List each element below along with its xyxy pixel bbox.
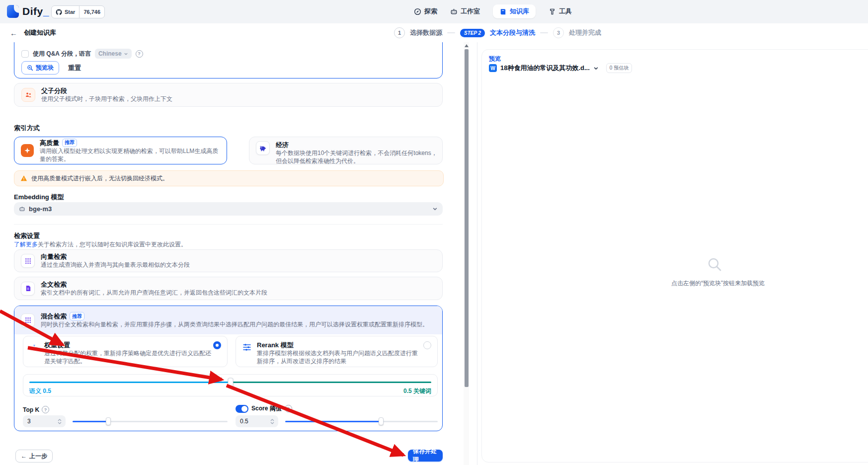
score-input[interactable]: 0.5 [236, 415, 278, 427]
hybrid-retrieval-icon [21, 313, 35, 327]
parent-child-card[interactable]: 父子分段 使用父子模式时，子块用于检索，父块用作上下文 [14, 83, 443, 107]
github-star-widget[interactable]: Star 76,746 [51, 5, 105, 18]
tool-icon [549, 8, 556, 15]
save-and-process-label: 保存并处理 [413, 447, 438, 464]
learn-more-link[interactable]: 了解更多 [14, 241, 38, 248]
weight-setting-icon [29, 342, 39, 352]
semantic-weight-label: 语义 0.5 [29, 387, 51, 395]
score-slider-thumb[interactable] [379, 417, 384, 425]
qa-segment-checkbox[interactable] [21, 50, 29, 58]
retrieval-title: 检索设置 [14, 232, 40, 240]
weight-setting-title: 权重设置 [44, 341, 213, 349]
preview-chunk-label: 预览块 [36, 64, 54, 72]
rerank-model-card[interactable]: Rerank 模型 重排序模型将根据候选文档列表与用户问题语义匹配度进行重新排序… [236, 336, 438, 367]
topk-slider-thumb[interactable] [106, 417, 111, 425]
score-control-row: 0.5 [236, 415, 438, 427]
rerank-model-icon [242, 342, 252, 352]
docx-file-icon: W [489, 64, 497, 72]
stepper-up-icon [270, 419, 274, 421]
topk-input[interactable]: 3 [23, 415, 66, 427]
preview-chunk-button[interactable]: 预览块 [21, 61, 59, 75]
step3-circle: 3 [553, 27, 564, 38]
scrollbar-up-arrow[interactable] [465, 44, 469, 47]
topk-slider[interactable] [73, 421, 228, 422]
fulltext-retrieval-card[interactable]: 全文检索 索引文档中的所有词汇，从而允许用户查询任意词汇，并返回包含这些词汇的文… [14, 277, 443, 300]
score-help-icon[interactable]: ? [285, 405, 292, 412]
index-high-quality-card[interactable]: 高质量推荐 调用嵌入模型处理文档以实现更精确的检索，可以帮助LLM生成高质量的答… [14, 137, 227, 164]
embedding-model-value: bge-m3 [29, 205, 429, 213]
nav-item-explore[interactable]: 探索 [414, 7, 437, 16]
economy-title: 经济 [276, 141, 440, 149]
github-star-cell: Star [52, 6, 79, 18]
vector-retrieval-title: 向量检索 [41, 253, 190, 261]
step-dash [447, 32, 455, 33]
save-and-process-button[interactable]: 保存并处理 [408, 450, 443, 462]
nav-label-explore: 探索 [424, 7, 437, 16]
weight-slider[interactable] [29, 382, 431, 383]
embedding-model-select[interactable]: bge-m3 [14, 202, 443, 216]
topk-slider-track [73, 421, 228, 422]
preview-panel-title: 预览 [489, 55, 501, 63]
hybrid-retrieval-card[interactable]: 混合检索推荐 同时执行全文检索和向量检索，并应用重排序步骤，从两类查询结果中选择… [14, 306, 443, 431]
weight-slider-thumb[interactable] [228, 378, 233, 387]
topk-label-row: Top K ? [23, 406, 49, 413]
vector-retrieval-desc: 通过生成查询嵌入并查询与其向量表示最相似的文本分段 [41, 261, 190, 269]
step3-label: 处理并完成 [569, 28, 601, 37]
stepper-up-icon [58, 419, 62, 421]
step2-label: 文本分段与清洗 [490, 28, 535, 37]
nav-item-studio[interactable]: 工作室 [450, 7, 480, 16]
nav-item-tools[interactable]: 工具 [549, 7, 572, 16]
topk-label: Top K [23, 406, 39, 413]
fulltext-retrieval-desc: 索引文档中的所有词汇，从而允许用户查询任意词汇，并返回包含这些词汇的文本片段 [41, 289, 267, 297]
scrollbar-thumb[interactable] [465, 49, 469, 387]
score-stepper[interactable] [268, 419, 276, 424]
topk-help-icon[interactable]: ? [42, 406, 49, 413]
stepper-down-icon [58, 422, 62, 424]
recommend-badge: 推荐 [62, 139, 77, 147]
vector-retrieval-card[interactable]: 向量检索 通过生成查询嵌入并查询与其向量表示最相似的文本分段 [14, 249, 443, 272]
chevron-down-icon [124, 52, 128, 56]
rerank-model-radio[interactable] [423, 341, 431, 349]
qa-language-select[interactable]: Chinese [95, 49, 132, 59]
embedding-model-label: Embedding 模型 [14, 193, 64, 202]
weight-setting-radio[interactable] [213, 341, 221, 349]
previous-step-label: 上一步 [29, 452, 47, 461]
qa-help-icon[interactable]: ? [136, 50, 143, 58]
score-slider-track [285, 421, 438, 422]
topk-control-row: 3 [23, 415, 228, 427]
preview-empty-text: 点击左侧的“预览块”按钮来加载预览 [663, 279, 773, 288]
robot-icon [450, 8, 458, 15]
chevron-down-icon[interactable] [593, 66, 599, 71]
settings-scroll-area[interactable]: 使用 Q&A 分段，语言 Chinese ? 预览块 重置 父子分段 使用父子模… [0, 42, 464, 465]
warning-icon [20, 175, 27, 182]
recommend-badge: 推荐 [70, 312, 84, 320]
preview-panel: 预览 W 18种食用油的常识及其功效.d... 0 预估块 点击左侧的“预览块”… [477, 42, 868, 465]
previous-step-button[interactable]: ← 上一步 [15, 450, 53, 463]
reset-button[interactable]: 重置 [68, 64, 81, 73]
parent-child-icon [21, 88, 35, 102]
score-toggle[interactable] [236, 405, 248, 413]
rerank-model-title: Rerank 模型 [257, 341, 421, 349]
index-method-title: 索引方式 [14, 124, 40, 133]
dify-logo[interactable]: Dify_ [7, 5, 49, 18]
compass-icon [414, 8, 421, 15]
keyword-weight-label: 0.5 关键词 [403, 387, 431, 395]
rerank-model-desc: 重排序模型将根据候选文档列表与用户问题语义匹配度进行重新排序，从而改进语义排序的… [257, 349, 421, 365]
hybrid-retrieval-header: 混合检索推荐 同时执行全文检索和向量检索，并应用重排序步骤，从两类查询结果中选择… [14, 306, 442, 334]
back-arrow-icon[interactable]: ← [10, 29, 17, 37]
weight-slider-card: 语义 0.5 0.5 关键词 [23, 374, 438, 396]
preview-file-name: 18种食用油的常识及其功效.d... [500, 64, 590, 73]
high-quality-icon [21, 144, 34, 157]
page-title: 创建知识库 [24, 28, 56, 37]
nav-item-knowledge[interactable]: 知识库 [493, 4, 536, 18]
index-economy-card[interactable]: 经济 每个数据块使用10个关键词进行检索，不会消耗任何tokens，但会以降低检… [249, 137, 443, 164]
topk-stepper[interactable] [56, 419, 64, 424]
github-star-label: Star [65, 9, 75, 15]
section-divider [14, 224, 443, 225]
model-icon [19, 206, 25, 212]
fulltext-retrieval-title: 全文检索 [41, 281, 267, 289]
fulltext-retrieval-icon [21, 282, 35, 296]
score-toggle-knob [241, 406, 247, 412]
score-slider[interactable] [285, 421, 438, 422]
weight-setting-card[interactable]: 权重设置 通过调整分配的权重，重新排序策略确定是优先进行语义匹配还是关键字匹配。 [23, 336, 228, 367]
